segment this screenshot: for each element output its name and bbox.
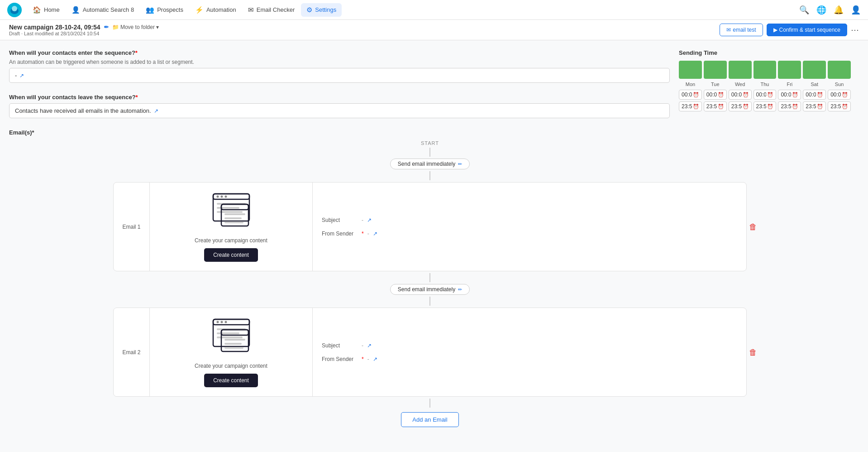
send-immediately-1-edit-icon[interactable]: ✏: [458, 161, 462, 167]
email-1-subject-dash: -: [362, 217, 363, 223]
email-1-create-label: Create your campaign content: [195, 237, 267, 244]
end-time-input-3[interactable]: [756, 103, 767, 110]
confirm-start-button[interactable]: ▶ Confirm & start sequence: [767, 24, 847, 36]
move-to-folder-link[interactable]: 📁 Move to folder ▾: [112, 24, 159, 30]
start-time-6[interactable]: ⏰: [828, 90, 851, 100]
day-block-sun[interactable]: [828, 61, 851, 79]
nav-item-settings[interactable]: ⚙Settings: [301, 3, 342, 17]
enter-sequence-link-icon[interactable]: ↗: [19, 72, 24, 79]
end-time-input-0[interactable]: [682, 103, 692, 110]
enter-sequence-section: When will your contacts enter the sequen…: [9, 49, 670, 83]
send-immediately-2[interactable]: Send email immediately ✏: [390, 284, 470, 295]
campaign-edit-icon[interactable]: ✏: [104, 24, 109, 30]
svg-point-6: [220, 196, 223, 198]
email-2-delete-btn[interactable]: 🗑: [749, 347, 757, 357]
end-time-1[interactable]: ⏰: [704, 101, 727, 111]
send-immediately-1[interactable]: Send email immediately ✏: [390, 159, 470, 169]
email-2-from-link-icon[interactable]: ↗: [373, 356, 377, 362]
start-time-input-2[interactable]: [731, 91, 742, 98]
enter-sequence-label: When will your contacts enter the sequen…: [9, 49, 670, 56]
end-time-4[interactable]: ⏰: [778, 101, 801, 111]
start-time-4[interactable]: ⏰: [778, 90, 801, 100]
clock-icon-start-4: ⏰: [792, 92, 798, 98]
subheader-left: New campaign 28-10-24, 09:54 ✏ 📁 Move to…: [9, 24, 159, 36]
start-time-input-1[interactable]: [706, 91, 717, 98]
start-time-input-6[interactable]: [830, 91, 841, 98]
nav-item-automatic-search[interactable]: 👤Automatic Search 8: [66, 3, 139, 17]
clock-icon-end-2: ⏰: [743, 104, 749, 110]
start-time-5[interactable]: ⏰: [803, 90, 826, 100]
email-test-button[interactable]: ✉ email test: [720, 24, 763, 36]
add-email-button[interactable]: Add an Email: [401, 412, 458, 427]
start-time-0[interactable]: ⏰: [679, 90, 702, 100]
svg-point-7: [224, 196, 227, 198]
sending-time-label: Sending Time: [679, 49, 851, 56]
clock-icon-start-3: ⏰: [767, 92, 773, 98]
start-time-input-3[interactable]: [756, 91, 767, 98]
connector-0: [429, 148, 430, 157]
email-1-delete-btn[interactable]: 🗑: [749, 222, 757, 231]
email-1-from-link-icon[interactable]: ↗: [373, 231, 377, 237]
start-time-input-0[interactable]: [682, 91, 692, 98]
send-immediately-2-edit-icon[interactable]: ✏: [458, 287, 462, 293]
nav-item-home[interactable]: 🏠Home: [27, 3, 65, 17]
svg-rect-28: [224, 347, 243, 349]
day-block-sat[interactable]: [803, 61, 826, 79]
email-2-create-btn[interactable]: Create content: [204, 374, 258, 387]
day-label-mon: Mon: [679, 82, 702, 87]
day-label-sun: Sun: [828, 82, 851, 87]
email-2-create-label: Create your campaign content: [195, 363, 267, 369]
end-time-5[interactable]: ⏰: [803, 101, 826, 111]
clock-icon-end-4: ⏰: [792, 104, 798, 110]
email-1-from-label: From Sender: [322, 231, 358, 237]
day-label-thu: Thu: [754, 82, 777, 87]
top-section: When will your contacts enter the sequen…: [9, 49, 851, 129]
end-time-6[interactable]: ⏰: [828, 101, 851, 111]
main-content: When will your contacts enter the sequen…: [0, 40, 860, 447]
bell-icon[interactable]: 🔔: [834, 5, 844, 15]
end-time-2[interactable]: ⏰: [729, 101, 752, 111]
user-icon[interactable]: 👤: [851, 5, 861, 15]
end-time-input-4[interactable]: [781, 103, 791, 110]
svg-rect-22: [217, 332, 239, 334]
day-block-mon[interactable]: [679, 61, 702, 79]
end-time-input-6[interactable]: [830, 103, 841, 110]
nav-item-automation[interactable]: ⚡Automation: [190, 3, 242, 17]
nav-item-prospects[interactable]: 👥Prospects: [140, 3, 189, 17]
more-options-button[interactable]: ⋯: [851, 25, 859, 35]
day-block-wed[interactable]: [729, 61, 752, 79]
email-1-subject-link-icon[interactable]: ↗: [367, 217, 372, 223]
end-time-3[interactable]: ⏰: [754, 101, 777, 111]
end-time-input-2[interactable]: [731, 103, 742, 110]
clock-icon-end-5: ⏰: [817, 104, 823, 110]
email-1-card: Email 1: [113, 182, 747, 271]
email-1-content-area: Create your campaign content Create cont…: [150, 183, 313, 271]
end-time-0[interactable]: ⏰: [679, 101, 702, 111]
nav-item-email-checker[interactable]: ✉Email Checker: [243, 3, 300, 17]
start-time-input-4[interactable]: [781, 91, 791, 98]
start-time-1[interactable]: ⏰: [704, 90, 727, 100]
connector-3: [429, 297, 430, 306]
required-star: *: [135, 49, 138, 56]
email-2-subject-link-icon[interactable]: ↗: [367, 342, 372, 349]
campaign-status: Draft · Last modified at 28/10/2024 10:5…: [9, 31, 159, 36]
svg-point-2: [12, 6, 17, 11]
leave-sequence-value[interactable]: Contacts have received all emails in the…: [9, 103, 670, 118]
day-block-thu[interactable]: [754, 61, 777, 79]
navbar: 🏠Home👤Automatic Search 8👥Prospects⚡Autom…: [0, 0, 868, 20]
day-block-tue[interactable]: [704, 61, 727, 79]
leave-sequence-link-icon[interactable]: ↗: [154, 108, 158, 114]
email-2-fields: Subject - ↗ From Sender * - ↗: [313, 308, 746, 396]
search-icon[interactable]: 🔍: [799, 5, 809, 15]
start-time-input-5[interactable]: [806, 91, 816, 98]
email-1-create-btn[interactable]: Create content: [204, 248, 258, 262]
day-block-fri[interactable]: [778, 61, 801, 79]
end-time-input-1[interactable]: [706, 103, 717, 110]
campaign-title: New campaign 28-10-24, 09:54 ✏ 📁 Move to…: [9, 24, 159, 31]
start-time-3[interactable]: ⏰: [754, 90, 777, 100]
enter-sequence-value[interactable]: - ↗: [9, 68, 670, 83]
end-time-input-5[interactable]: [806, 103, 816, 110]
globe-icon[interactable]: 🌐: [816, 5, 826, 15]
start-time-2[interactable]: ⏰: [729, 90, 752, 100]
email-1-subject-row: Subject - ↗: [322, 217, 737, 223]
